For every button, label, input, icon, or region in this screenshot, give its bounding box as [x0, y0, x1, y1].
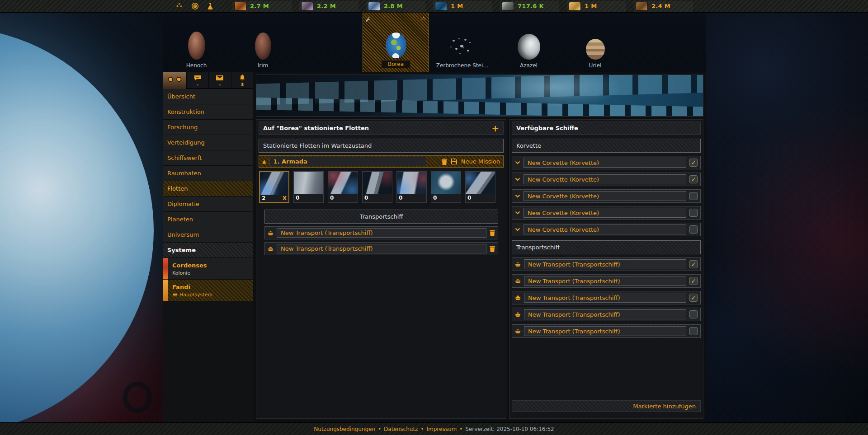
ship-name-input[interactable]: New Transport (Transportschiff) — [524, 259, 686, 269]
planet-name: Azazel — [520, 62, 538, 69]
ship-name-input[interactable]: New Transport (Transportschiff) — [524, 309, 686, 319]
resource-metal: 2.7 M — [232, 1, 292, 12]
add-marked-button[interactable]: Markierte hinzufügen — [633, 403, 696, 410]
sidebar-item-raumhafen[interactable]: Raumhafen — [163, 166, 253, 181]
ship-slot-7[interactable]: 0 — [465, 171, 495, 203]
add-fleet-button[interactable]: + — [491, 124, 499, 133]
fleet-row-armada[interactable]: ▲ 1. Armada Neue Mission — [259, 155, 504, 168]
ship-name-input[interactable]: New Corvette (Korvette) — [524, 158, 686, 168]
select-ship-checkbox[interactable] — [689, 327, 698, 335]
collapse-icon[interactable]: ▲ — [262, 159, 266, 164]
planet-henoch[interactable]: Henoch — [163, 13, 230, 72]
ship-slot-3[interactable]: 0 — [328, 171, 358, 203]
sidebar-item-konstruktion[interactable]: Konstruktion — [163, 104, 253, 120]
select-ship-checkbox[interactable] — [689, 192, 698, 200]
ship-thumbnail — [397, 172, 426, 194]
ship-slot-5[interactable]: 0 — [396, 171, 427, 203]
system-cordenses[interactable]: Cordenses Kolonie — [163, 258, 253, 280]
select-ship-checkbox[interactable] — [689, 209, 698, 217]
planet-name: Irim — [258, 62, 269, 69]
transportschiff-section-header: Transportschiff — [512, 240, 701, 254]
game-area: Henoch Irim Borea Zerbrochene Stei… Azaz… — [163, 13, 706, 422]
planet-irim-image — [255, 33, 271, 60]
system-fandi[interactable]: Fandi Hauptsystem — [163, 280, 253, 301]
transport-ship-icon[interactable] — [515, 312, 521, 317]
delete-transport-button[interactable] — [490, 230, 495, 236]
research-flask-icon[interactable] — [207, 3, 213, 10]
imprint-link[interactable]: Impressum — [427, 426, 457, 432]
select-ship-checkbox[interactable] — [689, 175, 698, 183]
fleet-status-box: Stationierte Flotten im Wartezustand — [259, 139, 504, 153]
topbar-status-icons — [175, 2, 213, 10]
select-ship-checkbox[interactable] — [689, 310, 698, 318]
remove-ships-button[interactable]: X — [283, 195, 287, 201]
select-ship-checkbox[interactable] — [689, 294, 698, 302]
fleet-name-input[interactable]: 1. Armada — [269, 157, 426, 166]
ship-slot-1[interactable]: 2 X — [259, 171, 289, 203]
orbit-scan-icon[interactable] — [191, 2, 199, 10]
planet-zerbrochene-steine[interactable]: Zerbrochene Stei… — [429, 13, 495, 72]
planet-azazel[interactable]: Azazel — [495, 13, 562, 72]
sidebar-item-verteidigung[interactable]: Verteidigung — [163, 135, 253, 150]
transport-ship-icon[interactable] — [515, 262, 521, 267]
ship-count: 0 — [364, 195, 368, 201]
privacy-link[interactable]: Datenschutz — [384, 426, 418, 432]
chevron-down-icon[interactable] — [515, 228, 520, 231]
ship-name-input[interactable]: New Corvette (Korvette) — [524, 174, 686, 184]
new-mission-button[interactable]: Neue Mission — [461, 158, 500, 165]
chat-button[interactable]: - — [187, 72, 209, 88]
terms-link[interactable]: Nutzungsbedingungen — [314, 426, 375, 432]
ship-slot-6[interactable]: 0 — [431, 171, 461, 203]
mail-button[interactable]: - — [209, 72, 231, 88]
chevron-down-icon[interactable] — [515, 178, 520, 181]
chevron-down-icon[interactable] — [515, 161, 520, 164]
ship-name-input[interactable]: New Transport (Transportschiff) — [524, 293, 686, 303]
ship-name-input[interactable]: New Corvette (Korvette) — [524, 208, 686, 218]
sidebar-item-universum[interactable]: Universum — [163, 227, 253, 243]
save-fleet-button[interactable] — [451, 159, 457, 164]
ship-name-input[interactable]: New Corvette (Korvette) — [524, 191, 686, 201]
transport-ship-icon — [268, 246, 274, 252]
planet-irim[interactable]: Irim — [230, 13, 296, 72]
ship-name-input[interactable]: New Transport (Transportschiff) — [524, 326, 686, 336]
transport-ship-icon[interactable] — [515, 328, 521, 334]
ship-name-input[interactable]: New Transport (Transportschiff) — [524, 276, 686, 286]
sidebar-item-uebersicht[interactable]: Übersicht — [163, 89, 253, 104]
transport-name-input[interactable]: New Transport (Transportschiff) — [277, 244, 486, 253]
sidebar-item-diplomatie[interactable]: Diplomatie — [163, 196, 253, 212]
delete-transport-button[interactable] — [490, 246, 495, 252]
resource-wood: 2.4 M — [634, 1, 693, 12]
fleet-warning-icon[interactable] — [175, 3, 183, 9]
planet-borea[interactable]: Borea — [363, 13, 429, 72]
planet-uriel-image — [586, 39, 605, 60]
ship-slot-2[interactable]: 0 — [293, 171, 324, 203]
water-icon — [435, 2, 447, 11]
select-ship-checkbox[interactable] — [689, 260, 698, 268]
chevron-down-icon[interactable] — [515, 194, 520, 198]
ship-name-input[interactable]: New Corvette (Korvette) — [524, 225, 686, 234]
transport-section-header: Transportschiff — [264, 210, 498, 224]
sidebar-item-flotten[interactable]: Flotten — [163, 181, 253, 196]
ship-thumbnail — [260, 172, 288, 195]
ship-count: 0 — [467, 195, 471, 201]
select-ship-checkbox[interactable] — [689, 225, 698, 234]
select-ship-checkbox[interactable] — [689, 277, 698, 285]
planet-selector: Henoch Irim Borea Zerbrochene Stei… Azaz… — [163, 13, 706, 72]
delete-fleet-button[interactable] — [442, 159, 447, 165]
chevron-down-icon[interactable] — [515, 211, 520, 215]
sidebar-item-planeten[interactable]: Planeten — [163, 212, 253, 227]
sidebar-item-schiffswerft[interactable]: Schiffswerft — [163, 150, 253, 166]
ship-slot-4[interactable]: 0 — [362, 171, 392, 203]
transport-name-input[interactable]: New Transport (Transportschiff) — [277, 228, 486, 238]
alerts-button[interactable]: 3 — [231, 72, 253, 88]
transport-ship-icon[interactable] — [515, 278, 521, 284]
select-ship-checkbox[interactable] — [689, 159, 698, 167]
avatar[interactable] — [163, 72, 187, 89]
planet-uriel[interactable]: Uriel — [562, 13, 628, 72]
available-transport-row-2: New Transport (Transportschiff) — [512, 274, 701, 288]
asteroid-field-image — [447, 35, 478, 60]
transport-ship-icon[interactable] — [515, 295, 521, 300]
available-transport-row-4: New Transport (Transportschiff) — [512, 308, 701, 321]
sidebar-item-forschung[interactable]: Forschung — [163, 120, 253, 135]
fleet-warning-icon — [420, 15, 426, 23]
